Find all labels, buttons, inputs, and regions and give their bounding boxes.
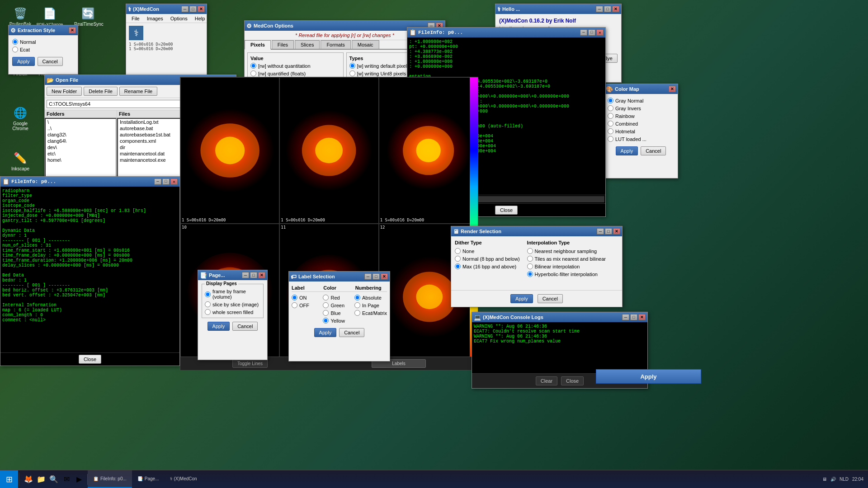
scan-cell-2[interactable]: 1 S=00s016 D=20m00 [279,77,378,224]
cancel-button[interactable]: Cancel [38,57,63,66]
close-button[interactable]: ✕ [69,27,76,33]
taskbar-firefox-icon[interactable]: 🦊 [23,474,34,485]
tab-pixels[interactable]: Pixels [245,40,271,50]
folders-list[interactable]: \ ..\ clang32\ clang64\ dev\ etc\ home\ [45,118,117,180]
new-folder-button[interactable]: New Folder [47,87,82,96]
gray-normal-radio[interactable] [608,98,613,103]
gray-invers-option[interactable]: Gray Invers [608,105,674,111]
scan-cell-1[interactable]: 1 S=00s016 D=20m00 [180,77,279,224]
whole-screen-option[interactable]: whole screen filled [205,309,260,315]
normal-8bpp-option[interactable]: Normal (8 bpp and below) [455,256,520,262]
apply-button[interactable]: Apply [510,294,533,303]
scan-cell-3[interactable]: 1 S=00s016 D=20m00 [379,77,478,224]
normal-radio[interactable] [12,39,18,45]
lut-option[interactable]: LUT loaded ... [608,136,674,142]
cancel-button[interactable]: Cancel [232,322,258,331]
taskbar-media-icon[interactable]: ▶ [74,474,85,485]
apply-button[interactable]: Apply [616,146,638,155]
green-radio[interactable] [323,302,329,308]
hyperbolic-radio[interactable] [527,271,533,277]
slice-image-option[interactable]: slice by slice (image) [205,301,260,307]
hotmetal-option[interactable]: Hotmetal [608,128,674,134]
maximize-button[interactable]: □ [189,6,197,12]
close-button[interactable]: ✕ [381,273,388,280]
maximize-button[interactable]: □ [373,273,380,280]
no-quant-radio[interactable] [250,63,256,69]
close-button[interactable]: ✕ [638,314,646,320]
nearest-option[interactable]: Nearest neighbour sampling [527,248,606,254]
taskbar-search-icon[interactable]: 🔍 [48,474,59,485]
start-button[interactable]: ⊞ [0,470,18,488]
blue-option[interactable]: Blue [323,310,353,316]
close-button[interactable]: Close [561,376,584,385]
combined-radio[interactable] [608,121,613,127]
minimize-button[interactable]: ─ [364,273,372,280]
yellow-option[interactable]: Yellow [323,318,353,324]
cancel-button[interactable]: Cancel [641,146,666,155]
clear-button[interactable]: Clear [536,376,557,385]
maximize-button[interactable]: □ [630,314,637,320]
maximize-button[interactable]: □ [588,29,595,36]
close-button[interactable]: ✕ [258,272,265,278]
ecat-matrix-option[interactable]: Ecat/Matrix [354,310,387,316]
cancel-button[interactable]: Cancel [538,294,563,303]
slice-image-radio[interactable] [205,301,211,307]
label-off-option[interactable]: OFF [292,302,321,308]
max-16bpp-option[interactable]: Max (16 bpp and above) [455,263,520,269]
list-item[interactable]: ..\ [46,125,116,131]
maximize-button[interactable]: □ [162,178,170,185]
quantified-radio[interactable] [250,70,256,76]
max-16bpp-radio[interactable] [455,263,461,269]
absolute-radio[interactable] [354,295,360,300]
list-item[interactable]: clang64\ [46,138,116,144]
big-apply-button[interactable]: Apply [596,369,701,384]
minimize-button[interactable]: ─ [154,178,161,185]
quantified-option[interactable]: [rw] quantified (floats) [250,70,340,76]
taskbar-item-fileinfo[interactable]: 📋 FileInfo: p0... [88,470,132,488]
frame-volume-radio[interactable] [205,291,211,297]
hotmetal-radio[interactable] [608,128,613,134]
apply-button[interactable]: Apply [12,57,35,66]
list-item[interactable]: clang32\ [46,131,116,138]
lut-radio[interactable] [608,136,613,142]
tab-formats[interactable]: Formats [321,40,350,49]
combined-option[interactable]: Combined [608,121,674,127]
menu-help[interactable]: Help [191,15,209,22]
no-quant-option[interactable]: [rw] without quantitation [250,63,340,69]
whole-screen-radio[interactable] [205,309,211,315]
close-button[interactable]: ✕ [170,178,178,185]
maximize-button[interactable]: □ [604,6,611,12]
apply-button[interactable]: Apply [314,328,337,337]
tab-files[interactable]: Files [272,40,294,49]
menu-options[interactable]: Options [167,15,191,22]
menu-file[interactable]: File [128,15,143,22]
taskbar-item-medcon[interactable]: ⚕ (X)MedCon [165,470,203,488]
none-radio[interactable] [455,248,461,254]
maximize-button[interactable]: □ [250,272,257,278]
ecat-radio[interactable] [12,47,18,52]
close-button[interactable]: ✕ [612,6,619,12]
minimize-button[interactable]: ─ [622,314,629,320]
hyperbolic-option[interactable]: Hyperbolic-filter interpolation [527,271,606,277]
minimize-button[interactable]: ─ [597,228,604,235]
green-option[interactable]: Green [323,302,353,308]
blue-radio[interactable] [323,310,329,316]
in-page-option[interactable]: In Page [354,302,387,308]
rename-file-button[interactable]: Rename File [119,87,157,96]
list-item[interactable]: dev\ [46,144,116,150]
rainbow-option[interactable]: Rainbow [608,113,674,119]
close-button[interactable]: Close [495,206,518,215]
taskbar-item-page[interactable]: 📑 Page... [132,470,165,488]
gray-normal-option[interactable]: Gray Normal [608,98,674,103]
desktop-icon-chrome[interactable]: 🌐 Google Chrome [5,104,36,133]
frame-volume-option[interactable]: frame by frame (volume) [205,289,260,300]
label-off-radio[interactable] [292,302,297,308]
minimize-button[interactable]: ─ [596,6,603,12]
desktop-icon-inkscape[interactable]: ✏️ Inkscape [5,149,36,173]
default-type-radio[interactable] [349,63,355,69]
in-page-radio[interactable] [354,302,360,308]
ecat-option[interactable]: Ecat [12,47,74,52]
ecat-matrix-radio[interactable] [354,310,360,316]
toggle-lines-button[interactable]: Toggle Lines [232,359,268,368]
label-on-option[interactable]: ON [292,295,321,300]
